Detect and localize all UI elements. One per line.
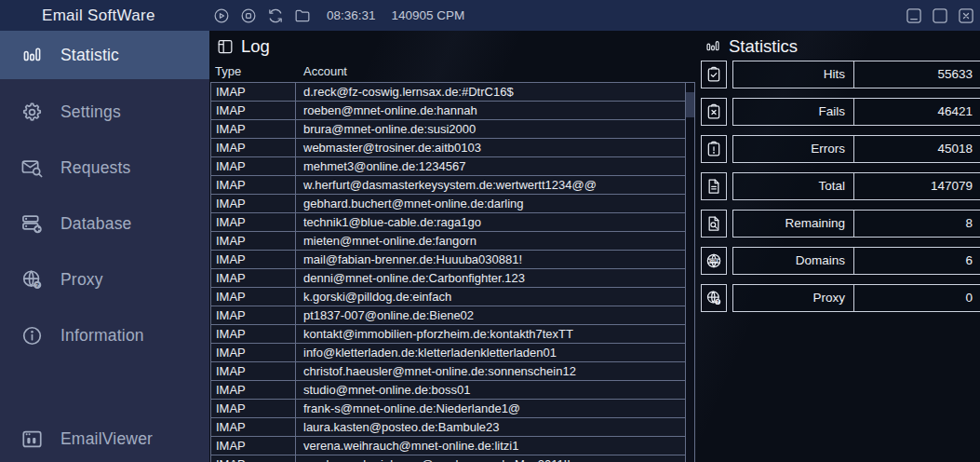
- log-row-account: mail@fabian-brenner.de:Huuuba030881!: [296, 251, 686, 268]
- titlebar: Email SoftWare 08:36:31 140905 CPM: [0, 0, 980, 31]
- stat-row-hits: Hits 55633: [701, 61, 980, 88]
- close-button[interactable]: [957, 7, 975, 25]
- log-row[interactable]: IMAP mehmet3@online.de:1234567: [211, 157, 686, 176]
- log-row-account: mehmet3@online.de:1234567: [296, 157, 686, 175]
- log-row[interactable]: IMAP frank-s@mnet-online.de:Niederlande1…: [211, 400, 686, 418]
- log-row[interactable]: IMAP gebhard.buchert@mnet-online.de:darl…: [211, 195, 686, 213]
- log-row[interactable]: IMAP k.gorski@pilldog.de:einfach: [211, 288, 686, 306]
- log-row-type: IMAP: [211, 455, 296, 462]
- log-row[interactable]: IMAP info@kletterladen.de:kletterladenkl…: [211, 344, 686, 362]
- stat-label: Hits: [733, 61, 854, 88]
- stat-cells: Proxy 0: [732, 284, 980, 312]
- log-row-type: IMAP: [211, 157, 296, 175]
- stat-row-remaining: Remaining 8: [701, 210, 980, 238]
- log-row[interactable]: IMAP maxbenno.breinbauer@sas.lernsax.de:…: [211, 455, 686, 462]
- sidebar-item-label: Requests: [60, 158, 131, 178]
- bar-chart-icon: [704, 37, 722, 56]
- sidebar-item-database[interactable]: Database: [0, 199, 209, 248]
- info-icon: [20, 323, 45, 348]
- log-row[interactable]: IMAP d.reck@fz-coswig.lernsax.de:#DtrC16…: [211, 83, 686, 102]
- log-row-type: IMAP: [211, 381, 296, 399]
- sidebar-item-proxy[interactable]: ? Proxy: [0, 255, 209, 304]
- log-row-account: frank-s@mnet-online.de:Niederlande1@: [296, 400, 686, 417]
- log-row-type: IMAP: [211, 120, 296, 138]
- log-row[interactable]: IMAP verena.weihrauch@mnet-online.de:lit…: [211, 437, 686, 455]
- log-row-account: w.herfurt@dasmasterkeysystem.de:wertwert…: [296, 176, 686, 194]
- column-header-account: Account: [296, 64, 347, 78]
- sidebar-item-information[interactable]: Information: [0, 311, 209, 360]
- log-row-type: IMAP: [211, 213, 296, 231]
- document-icon: [701, 172, 727, 200]
- log-row-type: IMAP: [211, 176, 296, 194]
- log-row[interactable]: IMAP kontakt@immobilien-pforzheim.de:kon…: [211, 325, 686, 344]
- play-icon[interactable]: [212, 7, 231, 25]
- column-header-type: Type: [210, 64, 296, 78]
- log-title: Log: [241, 36, 270, 57]
- stat-label: Fails: [733, 99, 854, 125]
- window-icon: [20, 427, 45, 452]
- log-row[interactable]: IMAP christof.haeusler@mnet-online.de:so…: [211, 362, 686, 381]
- maximize-button[interactable]: [931, 7, 949, 25]
- sync-icon[interactable]: [266, 7, 285, 25]
- log-row[interactable]: IMAP mail@fabian-brenner.de:Huuuba030881…: [211, 251, 686, 269]
- svg-text:?: ?: [35, 282, 39, 288]
- statistics-panel: Statistics Hits 55633 Fails 46421: [701, 31, 980, 462]
- scrollbar-thumb[interactable]: [686, 92, 694, 117]
- cpm-counter: 140905 CPM: [392, 8, 465, 22]
- log-row-type: IMAP: [211, 306, 296, 324]
- log-row-type: IMAP: [211, 251, 296, 268]
- log-row[interactable]: IMAP technik1@blue-cable.de:raga1go: [211, 213, 686, 232]
- log-row[interactable]: IMAP w.herfurt@dasmasterkeysystem.de:wer…: [211, 176, 686, 195]
- folder-icon[interactable]: [293, 7, 312, 25]
- stat-row-proxy: ? Proxy 0: [701, 284, 980, 312]
- stat-value: 45018: [854, 136, 980, 162]
- svg-text:COM: COM: [710, 259, 718, 263]
- stat-cells: Total 147079: [732, 172, 980, 200]
- sidebar-item-requests[interactable]: Requests: [0, 143, 209, 192]
- log-row-account: laura.kasten@posteo.de:Bambule23: [296, 418, 686, 436]
- log-row[interactable]: IMAP brura@mnet-online.de:susi2000: [211, 120, 686, 139]
- stat-row-fails: Fails 46421: [701, 98, 980, 126]
- database-icon: [20, 211, 45, 237]
- log-row-type: IMAP: [211, 288, 296, 306]
- stat-row-total: Total 147079: [701, 172, 980, 200]
- log-row-type: IMAP: [211, 362, 296, 380]
- log-row-type: IMAP: [211, 325, 296, 343]
- log-row-type: IMAP: [211, 139, 296, 156]
- log-row[interactable]: IMAP roeben@mnet-online.de:hannah: [211, 102, 686, 120]
- sidebar-item-emailviewer[interactable]: EmailViewer: [0, 414, 209, 462]
- log-row-account: pt1837-007@online.de:Biene02: [296, 306, 686, 324]
- log-row-account: verena.weihrauch@mnet-online.de:litzi1: [296, 437, 686, 455]
- log-row[interactable]: IMAP webmaster@trosiner.de:aitb0103: [211, 139, 686, 157]
- log-column-headers: Type Account: [210, 61, 697, 80]
- log-row[interactable]: IMAP pt1837-007@online.de:Biene02: [211, 306, 686, 325]
- statistics-title: Statistics: [729, 36, 798, 57]
- stat-label: Remaining: [733, 211, 854, 237]
- stat-label: Total: [733, 173, 854, 199]
- log-row-account: technik1@blue-cable.de:raga1go: [296, 213, 686, 231]
- sidebar-item-settings[interactable]: Settings: [0, 88, 209, 136]
- log-row[interactable]: IMAP studio@mnet-online.de:boss01: [211, 381, 686, 400]
- log-table: IMAP d.reck@fz-coswig.lernsax.de:#DtrC16…: [210, 82, 686, 462]
- minimize-button[interactable]: [905, 7, 923, 25]
- log-scrollbar[interactable]: [686, 82, 695, 462]
- sidebar: Statistic Settings Requests Database ? P…: [0, 31, 209, 462]
- stat-label: Proxy: [733, 285, 854, 311]
- log-row[interactable]: IMAP denni@mnet-online.de:Carbonfighter.…: [211, 269, 686, 288]
- log-row[interactable]: IMAP laura.kasten@posteo.de:Bambule23: [211, 418, 686, 437]
- stat-value: 46421: [854, 99, 980, 125]
- stat-cells: Hits 55633: [732, 61, 980, 88]
- globe-com-icon: COM: [701, 247, 727, 275]
- log-panel: Log Type Account IMAP d.reck@fz-coswig.l…: [210, 31, 697, 462]
- sidebar-item-statistic[interactable]: Statistic: [0, 31, 209, 79]
- log-row-account: k.gorski@pilldog.de:einfach: [296, 288, 686, 306]
- document-search-icon: [701, 210, 727, 238]
- stop-icon[interactable]: [239, 7, 258, 25]
- log-row-account: d.reck@fz-coswig.lernsax.de:#DtrC16$: [296, 83, 686, 101]
- sidebar-item-label: EmailViewer: [60, 429, 153, 449]
- stat-label: Domains: [733, 248, 854, 274]
- log-row-type: IMAP: [211, 232, 296, 250]
- log-row-account: mieten@mnet-online.de:fangorn: [296, 232, 686, 250]
- log-row[interactable]: IMAP mieten@mnet-online.de:fangorn: [211, 232, 686, 251]
- sidebar-item-label: Statistic: [60, 46, 119, 65]
